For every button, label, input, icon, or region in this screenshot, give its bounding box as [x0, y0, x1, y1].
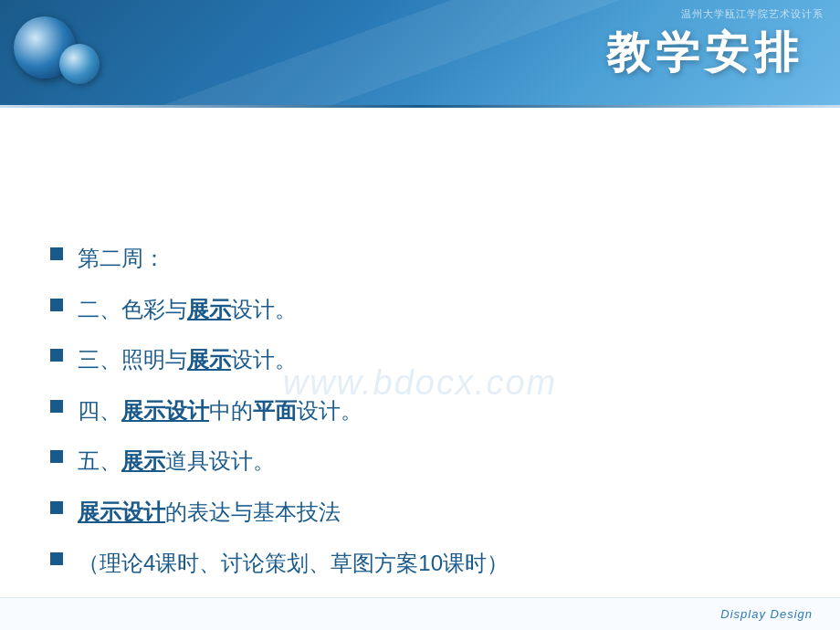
- header: 温州大学瓯江学院艺术设计系 教学安排: [0, 0, 840, 105]
- bullet-text: 五、展示道具设计。: [78, 446, 275, 477]
- bullet-text: （理论4课时、讨论策划、草图方案10课时）: [78, 548, 509, 579]
- bullet-marker: [50, 349, 63, 362]
- bold-span: 平面: [253, 398, 297, 423]
- display-design-text: Display Design: [720, 607, 813, 621]
- highlight-span: 展示设计: [121, 398, 209, 423]
- bullet-text: 四、展示设计中的平面设计。: [78, 395, 362, 426]
- bullet-marker: [50, 552, 63, 565]
- header-title: 教学安排: [606, 24, 803, 82]
- bullet-text: 三、照明与展示设计。: [78, 344, 297, 375]
- highlight-span: 展示: [187, 297, 231, 321]
- bullet-text: 第二周：: [78, 243, 165, 274]
- slide: 温州大学瓯江学院艺术设计系 教学安排 www.bdocx.com 第二周： 二、…: [0, 0, 840, 630]
- list-item: 展示设计的表达与基本技法: [50, 497, 509, 528]
- bullet-marker: [50, 450, 63, 463]
- bullet-marker: [50, 400, 63, 413]
- separator: [0, 105, 840, 108]
- bullet-marker: [50, 247, 63, 260]
- list-item: 二、色彩与展示设计。: [50, 294, 509, 325]
- header-title-container: 教学安排: [0, 0, 840, 105]
- highlight-span: 展示设计: [78, 499, 165, 524]
- highlight-span: 展示: [187, 347, 231, 372]
- content-area: www.bdocx.com 第二周： 二、色彩与展示设计。 三、照明与展示设计。…: [0, 108, 840, 630]
- bullet-marker: [50, 501, 63, 514]
- bullet-text: 二、色彩与展示设计。: [78, 294, 297, 325]
- list-item: （理论4课时、讨论策划、草图方案10课时）: [50, 548, 509, 579]
- bullet-text: 展示设计的表达与基本技法: [78, 497, 341, 528]
- list-item: 三、照明与展示设计。: [50, 344, 509, 375]
- highlight-span: 展示: [121, 448, 165, 473]
- list-item: 五、展示道具设计。: [50, 446, 509, 477]
- list-item: 第二周：: [50, 243, 509, 274]
- bullet-list: 第二周： 二、色彩与展示设计。 三、照明与展示设计。 四、展示设计中的平面设计。…: [50, 243, 509, 598]
- list-item: 四、展示设计中的平面设计。: [50, 395, 509, 426]
- footer: Display Design: [0, 597, 840, 630]
- bullet-marker: [50, 299, 63, 311]
